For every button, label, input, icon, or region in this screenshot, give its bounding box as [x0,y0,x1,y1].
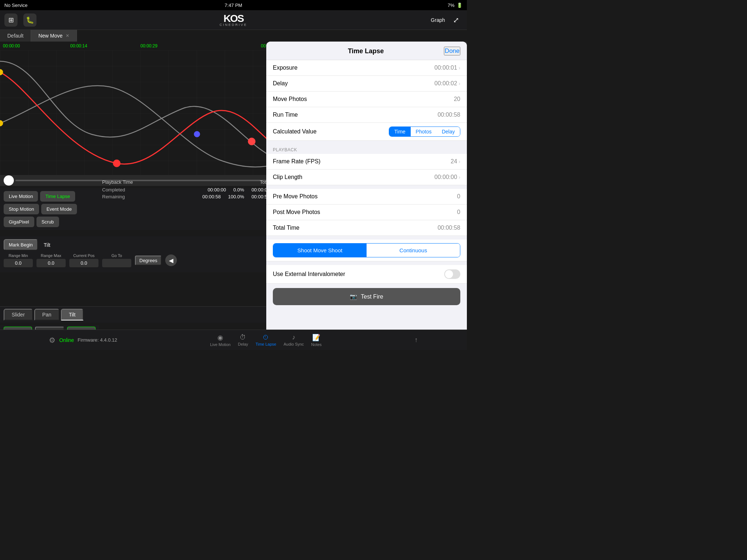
time-label-0: 00:00:00 [3,43,20,48]
calc-time-button[interactable]: Time [389,127,411,136]
mark-begin-button[interactable]: Mark Begin [4,239,38,250]
modal-row-pre-move[interactable]: Pre Move Photos 0 [266,189,467,205]
axis-tab-pan[interactable]: Pan [34,309,59,320]
calculated-value-row: Calculated Value Time Photos Delay [266,123,467,141]
bottom-delay[interactable]: ⏱ Delay [234,332,252,348]
share-icon[interactable]: ↑ [415,336,418,344]
go-to-label: Go To [111,253,122,258]
degrees-button[interactable]: Degrees [135,256,162,265]
gigapixel-button[interactable]: GigaPixel [4,217,34,227]
modal-row-run-time[interactable]: Run Time 00:00:58 [266,107,467,123]
header: ⊞ 🐛 KOS CINEDRIVE Graph ⤢ [0,10,467,30]
frame-rate-chevron: › [458,159,460,164]
modal-row-delay[interactable]: Delay 00:00:02 › [266,76,467,92]
range-max-label: Range Max [41,253,61,258]
modal-header: Done Time Lapse Done [266,42,467,60]
continuous-button[interactable]: Continuous [367,244,460,257]
battery: 7% [448,3,454,8]
modal-row-post-move[interactable]: Post Move Photos 0 [266,205,467,220]
bottom-left: ⚙ Online Firmware: 4.4.0.12 [44,336,117,345]
current-pos-input[interactable] [69,259,98,267]
exposure-value: 00:00:01 [434,65,457,71]
clip-length-label: Clip Length [273,174,302,180]
logo-sub: CINEDRIVE [220,23,247,27]
frame-rate-value: 24 [451,158,457,165]
modal-done-button[interactable]: Done [444,47,460,55]
post-move-label: Post Move Photos [273,209,320,215]
pb-remaining-time: 00:00:58 [202,194,221,199]
graph-area: 00:00:00 00:00:14 00:00:29 00:00:58 [0,42,281,176]
modal-row-total-time: Total Time 00:00:58 [266,220,467,236]
frame-rate-label: Frame Rate (FPS) [273,158,321,165]
calculated-value-label: Calculated Value [273,128,317,135]
shoot-mode-segmented: Shoot Move Shoot Continuous [273,243,460,257]
total-time-value: 00:00:58 [438,225,460,231]
scrub-button[interactable]: Scrub [36,217,59,227]
external-intervalometer-label: Use External Intervalometer [273,271,345,277]
range-min-input[interactable] [4,259,33,267]
direction-btn[interactable]: ◀ [165,254,177,266]
tab-default[interactable]: Default [0,30,31,42]
time-lapse-button[interactable]: Time Lapse [40,191,75,202]
run-time-label: Run Time [273,112,298,118]
debug-icon[interactable]: 🐛 [23,13,36,27]
bottom-live-motion[interactable]: ◉ Live Motion [206,332,234,348]
shoot-mode-row: Shoot Move Shoot Continuous [266,240,467,261]
carrier: No Service [4,3,28,8]
event-mode-button[interactable]: Event Mode [41,204,77,214]
run-time-value: 00:00:58 [438,112,460,118]
online-status: Online [59,337,74,343]
time-label-2: 00:00:29 [140,43,158,48]
test-fire-button[interactable]: 📷 Test Fire [273,288,460,305]
external-intervalometer-toggle[interactable] [444,269,460,279]
time-label-1: 00:00:14 [70,43,88,48]
modal-row-exposure[interactable]: Exposure 00:00:01 › [266,60,467,76]
bottom-audio-sync[interactable]: ♪ Audio Sync [280,332,307,348]
live-motion-button[interactable]: Live Motion [4,191,38,202]
range-max-input[interactable] [36,259,66,267]
time-lapse-icon: ⏲ [263,334,269,341]
pb-title: Playback Time [102,179,133,185]
axis-tab-tilt[interactable]: Tilt [61,309,84,320]
notes-icon: 📝 [312,334,320,342]
move-photos-value: 20 [454,96,460,102]
bottom-notes[interactable]: 📝 Notes [307,332,325,348]
stop-motion-button[interactable]: Stop Motion [4,204,39,214]
scrubber-handle[interactable] [4,175,14,186]
go-to-input[interactable] [102,259,131,267]
graph-grid [0,50,281,176]
delay-icon: ⏱ [240,334,246,341]
delay-label: Delay [273,80,288,87]
tabs: Default New Move ✕ [0,30,77,42]
pb-remaining-label: Remaining [102,194,131,199]
clip-length-value: 00:00:00 [434,174,457,180]
settings-icon[interactable]: ⚙ [49,336,55,345]
pb-completed-pct: 0.0% [233,187,244,192]
bottom-nav: ◉ Live Motion ⏱ Delay ⏲ Time Lapse ♪ Aud… [206,332,325,348]
close-tab-icon[interactable]: ✕ [66,33,69,38]
modal-row-frame-rate[interactable]: Frame Rate (FPS) 24 › [266,154,467,170]
expand-icon[interactable]: ⤢ [449,13,462,27]
mixer-icon[interactable]: ⊞ [4,13,18,27]
bottom-time-lapse[interactable]: ⏲ Time Lapse [252,332,280,348]
calculated-value-segmented: Time Photos Delay [389,127,460,137]
axis-tabs: Slider Pan Tilt [0,306,281,323]
calc-photos-button[interactable]: Photos [411,127,437,136]
clip-length-chevron: › [458,174,460,180]
external-intervalometer-row: Use External Intervalometer [266,265,467,284]
app-logo: KOS CINEDRIVE [220,13,247,27]
tab-new-move[interactable]: New Move ✕ [31,30,77,42]
playback-info: Playback Time Total Completed 00:00:00 0… [102,176,270,204]
bottom-bar: ⚙ Online Firmware: 4.4.0.12 ◉ Live Motio… [0,330,467,350]
modal-row-move-photos[interactable]: Move Photos 20 [266,92,467,107]
time-lapse-modal: Done Time Lapse Done Exposure 00:00:01 ›… [266,42,467,330]
axis-tab-slider[interactable]: Slider [4,309,33,320]
shoot-move-shoot-button[interactable]: Shoot Move Shoot [273,244,367,257]
move-photos-label: Move Photos [273,96,307,102]
axis-controls: Mark Begin Tilt 0 Range Min Range Max Cu… [0,236,281,272]
current-pos-label: Current Pos [73,253,95,258]
modal-row-clip-length[interactable]: Clip Length 00:00:00 › [266,170,467,185]
calc-delay-button[interactable]: Delay [437,127,460,136]
svg-rect-0 [0,50,281,176]
modal-spacer-2 [266,185,467,189]
